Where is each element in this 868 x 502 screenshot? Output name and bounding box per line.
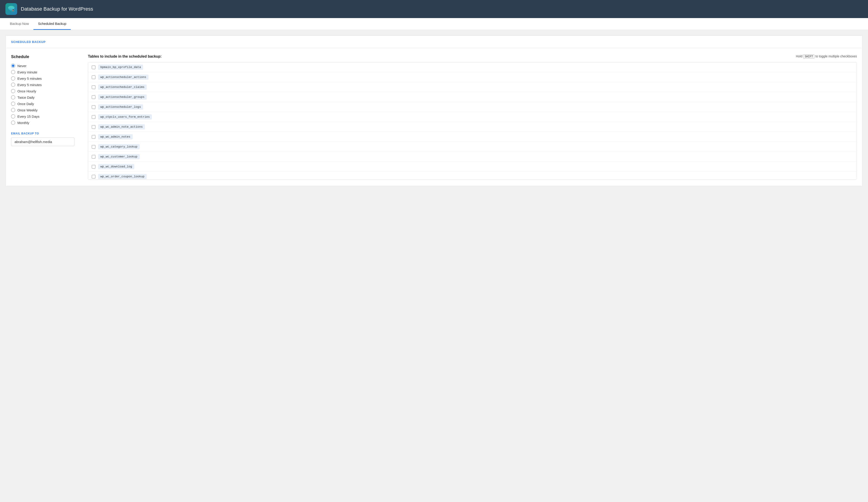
radio-every-5-min-2[interactable]	[11, 83, 15, 87]
radio-label-every-5-min-1: Every 5 minutes	[18, 76, 42, 81]
table-name-badge: wp_wc_customer_lookup	[98, 154, 140, 159]
table-row: bpmain_bp_xprofile_data	[88, 62, 857, 72]
table-checkbox-1[interactable]	[92, 75, 95, 79]
schedule-column: Schedule NeverEvery minuteEvery 5 minute…	[11, 54, 74, 180]
tabs-bar: Backup Now Scheduled Backup	[0, 18, 868, 30]
schedule-radio-item-never[interactable]: Never	[11, 64, 74, 68]
schedule-radio-item-twice-daily[interactable]: Twice Daily	[11, 95, 74, 100]
table-checkbox-5[interactable]	[92, 115, 95, 119]
page-content: SCHEDULED BACKUP Schedule NeverEvery min…	[0, 30, 868, 191]
app-logo: ↻	[6, 3, 17, 15]
radio-every-5-min-1[interactable]	[11, 76, 15, 81]
schedule-radio-item-once-hourly[interactable]: Once Hourly	[11, 89, 74, 93]
email-backup-label: EMAIL BACKUP TO	[11, 132, 74, 135]
app-header: ↻ Database Backup for WordPress	[0, 0, 868, 18]
table-name-badge: wp_wc_order_coupon_lookup	[98, 174, 147, 179]
table-name-badge: wp_actionscheduler_logs	[98, 104, 143, 109]
table-checkbox-3[interactable]	[92, 95, 95, 99]
radio-every-15-days[interactable]	[11, 114, 15, 118]
table-row: wp_wc_customer_lookup	[88, 152, 857, 162]
schedule-radio-item-every-minute[interactable]: Every minute	[11, 70, 74, 74]
shift-hint: Hold SHIFT to toggle multiple checkboxes	[796, 54, 857, 59]
table-checkbox-8[interactable]	[92, 145, 95, 149]
shift-key-badge: SHIFT	[803, 54, 814, 59]
table-checkbox-2[interactable]	[92, 85, 95, 89]
radio-once-hourly[interactable]	[11, 89, 15, 93]
radio-label-once-weekly: Once Weekly	[18, 108, 38, 112]
radio-every-minute[interactable]	[11, 70, 15, 74]
radio-label-once-daily: Once Daily	[18, 102, 34, 106]
radio-label-monthly: Monthly	[18, 121, 29, 125]
radio-twice-daily[interactable]	[11, 95, 15, 100]
table-name-badge: wp_actionscheduler_actions	[98, 75, 148, 80]
schedule-radio-group: NeverEvery minuteEvery 5 minutesEvery 5 …	[11, 64, 74, 125]
table-row: wp_wc_download_log	[88, 162, 857, 172]
radio-label-every-5-min-2: Every 5 minutes	[18, 83, 42, 87]
radio-label-every-minute: Every minute	[18, 70, 37, 74]
tab-scheduled-backup[interactable]: Scheduled Backup	[33, 18, 71, 30]
table-name-badge: wp_actionscheduler_claims	[98, 84, 147, 90]
table-name-badge: bpmain_bp_xprofile_data	[98, 65, 143, 70]
table-checkbox-6[interactable]	[92, 125, 95, 129]
table-name-badge: wp_actionscheduler_groups	[98, 94, 147, 100]
shift-hint-suffix: to toggle multiple checkboxes	[815, 54, 857, 58]
schedule-radio-item-every-15-days[interactable]: Every 15 Days	[11, 114, 74, 118]
table-row: wp_actionscheduler_logs	[88, 102, 857, 112]
table-name-badge: wp_wc_admin_note_actions	[98, 124, 145, 129]
table-name-badge: wp_wc_download_log	[98, 164, 134, 169]
table-name-badge: wp_wc_category_lookup	[98, 144, 140, 149]
card-header-title: SCHEDULED BACKUP	[11, 40, 46, 44]
table-checkbox-10[interactable]	[92, 165, 95, 168]
shift-hint-prefix: Hold	[796, 54, 803, 58]
email-section: EMAIL BACKUP TO	[11, 132, 74, 146]
scheduled-backup-card: SCHEDULED BACKUP Schedule NeverEvery min…	[6, 35, 862, 186]
schedule-radio-item-once-weekly[interactable]: Once Weekly	[11, 108, 74, 112]
table-row: wp_actionscheduler_groups	[88, 92, 857, 102]
schedule-radio-item-monthly[interactable]: Monthly	[11, 121, 74, 125]
table-row: wp_ctpclx_users_form_entries	[88, 112, 857, 122]
table-row: wp_wc_category_lookup	[88, 142, 857, 152]
app-title: Database Backup for WordPress	[21, 6, 93, 12]
tables-column: Tables to include in the scheduled backu…	[88, 54, 857, 180]
table-checkbox-4[interactable]	[92, 105, 95, 109]
table-checkbox-9[interactable]	[92, 155, 95, 159]
radio-label-twice-daily: Twice Daily	[18, 96, 34, 100]
card-body: Schedule NeverEvery minuteEvery 5 minute…	[6, 48, 862, 186]
radio-label-never: Never	[18, 64, 27, 68]
radio-label-every-15-days: Every 15 Days	[18, 115, 40, 118]
tables-header: Tables to include in the scheduled backu…	[88, 54, 857, 59]
table-row: wp_wc_admin_note_actions	[88, 122, 857, 132]
radio-monthly[interactable]	[11, 121, 15, 125]
tables-section-title: Tables to include in the scheduled backu…	[88, 54, 162, 59]
table-checkbox-11[interactable]	[92, 175, 95, 178]
radio-label-once-hourly: Once Hourly	[18, 89, 36, 93]
schedule-radio-item-every-5-min-2[interactable]: Every 5 minutes	[11, 83, 74, 87]
email-backup-input[interactable]	[11, 137, 74, 146]
table-name-badge: wp_wc_admin_notes	[98, 134, 133, 139]
table-row: wp_wc_admin_notes	[88, 132, 857, 142]
table-row: wp_actionscheduler_actions	[88, 72, 857, 82]
schedule-radio-item-every-5-min-1[interactable]: Every 5 minutes	[11, 76, 74, 81]
table-row: wp_actionscheduler_claims	[88, 82, 857, 92]
svg-text:↻: ↻	[12, 10, 14, 12]
table-checkbox-7[interactable]	[92, 135, 95, 139]
schedule-radio-item-once-daily[interactable]: Once Daily	[11, 102, 74, 106]
table-row: wp_wc_order_coupon_lookup	[88, 172, 857, 180]
table-checkbox-0[interactable]	[92, 65, 95, 69]
tables-list-container: bpmain_bp_xprofile_datawp_actionschedule…	[88, 62, 857, 180]
schedule-section-title: Schedule	[11, 54, 74, 59]
radio-once-daily[interactable]	[11, 102, 15, 106]
radio-never[interactable]	[11, 64, 15, 68]
tab-backup-now[interactable]: Backup Now	[6, 18, 33, 30]
table-name-badge: wp_ctpclx_users_form_entries	[98, 114, 152, 119]
radio-once-weekly[interactable]	[11, 108, 15, 112]
card-header: SCHEDULED BACKUP	[6, 36, 862, 48]
